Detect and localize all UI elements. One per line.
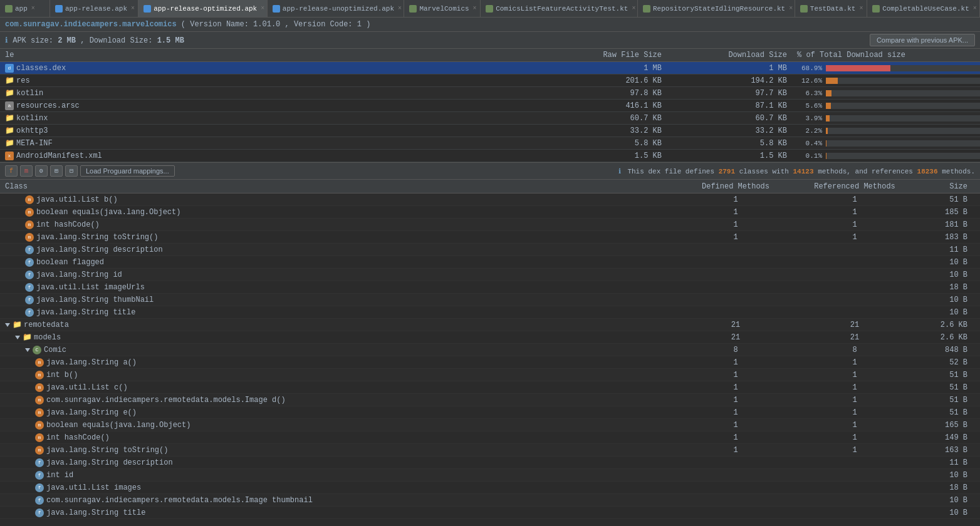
class-row-16[interactable]: m com.sunragav.indiecampers.remotedata.m… (0, 394, 980, 406)
file-raw-1: 201.6 KB (541, 76, 667, 85)
class-size-0: 51 B (917, 195, 980, 204)
tab-completable[interactable]: CompletableUseCase.kt × (867, 0, 980, 17)
tab-app[interactable]: app × (0, 0, 50, 17)
filter-btn-3[interactable]: ⚙ (35, 165, 48, 177)
class-row-6[interactable]: f java.lang.String id 10 B (0, 269, 980, 281)
package-name: com.sunragav.indiecampers.marvelcomics (5, 20, 177, 29)
info-bar: com.sunragav.indiecampers.marvelcomics (… (0, 18, 980, 32)
class-size-11: 2.6 KB (917, 333, 980, 342)
class-row-10[interactable]: 📁 remotedata 21 21 2.6 KB (0, 319, 980, 331)
kt-icon-5 (872, 5, 880, 13)
tab-close-marvelcomics[interactable]: × (473, 5, 477, 12)
tab-close-app[interactable]: × (31, 5, 35, 12)
file-pct-0: 68.9% (792, 64, 980, 72)
class-row-0[interactable]: m java.util.List b() 1 1 51 B (0, 193, 980, 206)
class-def-12: 8 (679, 346, 792, 354)
class-def-16: 1 (679, 396, 792, 405)
class-size-18: 165 B (917, 421, 980, 430)
tab-close-comicslist[interactable]: × (632, 5, 635, 12)
kt-icon-3 (643, 5, 650, 13)
class-def-20: 1 (679, 446, 792, 455)
class-size-12: 848 B (917, 346, 980, 354)
class-row-20[interactable]: m java.lang.String toString() 1 1 163 B (0, 444, 980, 456)
class-row-3[interactable]: m java.lang.String toString() 1 1 183 B (0, 231, 980, 244)
tab-release-apk[interactable]: app-release.apk × (50, 0, 138, 17)
class-size-6: 10 B (917, 271, 980, 279)
file-pct-1: 12.6% (792, 77, 980, 85)
class-row-9[interactable]: f java.lang.String title 10 B (0, 306, 980, 319)
class-name-9: f java.lang.String title (0, 308, 679, 317)
compare-button[interactable]: Compare with previous APK... (870, 34, 975, 46)
tab-close-testdata[interactable]: × (859, 5, 863, 12)
class-ref-17: 1 (792, 408, 917, 417)
class-name-15: m java.util.List c() (0, 383, 679, 392)
class-ref-14: 1 (792, 371, 917, 379)
file-table-body: d classes.dex 1 MB 1 MB 68.9% 📁 res 201.… (0, 62, 980, 162)
tab-close-optimized[interactable]: × (261, 5, 264, 12)
class-row-18[interactable]: m boolean equals(java.lang.Object) 1 1 1… (0, 419, 980, 431)
class-size-19: 149 B (917, 433, 980, 442)
class-name-3: m java.lang.String toString() (0, 233, 679, 242)
file-row-4[interactable]: 📁 kotlinx 60.7 KB 60.7 KB 3.9% (0, 112, 980, 125)
class-size-4: 11 B (917, 245, 980, 254)
class-row-23[interactable]: f java.util.List images 18 B (0, 482, 980, 494)
tab-close-completable[interactable]: × (973, 5, 977, 12)
tab-close-release[interactable]: × (131, 5, 135, 12)
class-row-4[interactable]: f java.lang.String description 11 B (0, 244, 980, 256)
tab-testdata[interactable]: TestData.kt × (795, 0, 867, 17)
collapse-btn[interactable]: ⊟ (65, 165, 78, 177)
class-row-2[interactable]: m int hashCode() 1 1 181 B (0, 219, 980, 231)
file-row-1[interactable]: 📁 res 201.6 KB 194.2 KB 12.6% (0, 75, 980, 87)
file-row-7[interactable]: x AndroidManifest.xml 1.5 KB 1.5 KB 0.1% (0, 150, 980, 162)
class-row-12[interactable]: C Comic 8 8 848 B (0, 344, 980, 356)
dex-info: ℹ This dex file defines 2791 classes wit… (618, 167, 975, 175)
header-file: le (0, 51, 541, 59)
class-row-8[interactable]: f java.lang.String thumbNail 10 B (0, 294, 980, 306)
class-name-21: f java.lang.String description (0, 458, 679, 467)
apk-icon-1 (55, 5, 63, 13)
tab-bar: app × app-release.apk × app-release-opti… (0, 0, 980, 18)
tab-close-repository[interactable]: × (789, 5, 793, 12)
class-name-0: m java.util.List b() (0, 195, 679, 204)
class-table-body: m java.util.List b() 1 1 51 B m boolean … (0, 193, 980, 526)
class-row-11[interactable]: 📁 models 21 21 2.6 KB (0, 331, 980, 344)
class-name-6: f java.lang.String id (0, 271, 679, 279)
expand-btn[interactable]: ⊞ (50, 165, 63, 177)
class-row-14[interactable]: m int b() 1 1 51 B (0, 369, 980, 381)
class-ref-0: 1 (792, 195, 917, 204)
class-row-21[interactable]: f java.lang.String description 11 B (0, 456, 980, 469)
class-row-24[interactable]: f com.sunragav.indiecampers.remotedata.m… (0, 494, 980, 507)
tab-close-unoptimized[interactable]: × (398, 5, 402, 12)
tab-unoptimized-apk[interactable]: app-release-unoptimized.apk × (268, 0, 405, 17)
class-row-13[interactable]: m java.lang.String a() 1 1 52 B (0, 356, 980, 369)
class-row-7[interactable]: f java.util.List imageUrls 18 B (0, 281, 980, 294)
class-size-15: 51 B (917, 383, 980, 392)
class-table-header: Class Defined Methods Referenced Methods… (0, 180, 980, 193)
class-row-19[interactable]: m int hashCode() 1 1 149 B (0, 431, 980, 444)
class-row-25[interactable]: f java.lang.String title 10 B (0, 507, 980, 519)
class-row-22[interactable]: f int id 10 B (0, 469, 980, 482)
tab-marvelcomics[interactable]: MarvelComics × (404, 0, 481, 17)
tab-optimized-apk[interactable]: app-release-optimized.apk × (138, 0, 268, 17)
filter-btn-1[interactable]: f (5, 165, 18, 177)
class-row-5[interactable]: f boolean flagged 10 B (0, 256, 980, 269)
file-row-0[interactable]: d classes.dex 1 MB 1 MB 68.9% (0, 62, 980, 75)
load-proguard-button[interactable]: Load Proguard mappings... (80, 165, 175, 177)
class-name-25: f java.lang.String title (0, 508, 679, 517)
tab-repository[interactable]: RepositoryStateIdlingResource.kt × (638, 0, 795, 17)
file-row-6[interactable]: 📁 META-INF 5.8 KB 5.8 KB 0.4% (0, 137, 980, 150)
tab-comicslist[interactable]: ComicsListFeatureActivityTest.kt × (481, 0, 638, 17)
file-row-5[interactable]: 📁 okhttp3 33.2 KB 33.2 KB 2.2% (0, 125, 980, 137)
file-row-2[interactable]: 📁 kotlin 97.8 KB 97.7 KB 6.3% (0, 87, 980, 100)
file-pct-6: 0.4% (792, 140, 980, 147)
file-dl-7: 1.5 KB (667, 152, 792, 160)
file-row-3[interactable]: a resources.arsc 416.1 KB 87.1 KB 5.6% (0, 100, 980, 112)
filter-btn-2[interactable]: m (20, 165, 33, 177)
class-row-15[interactable]: m java.util.List c() 1 1 51 B (0, 381, 980, 394)
class-size-7: 18 B (917, 283, 980, 292)
file-name-2: 📁 kotlin (0, 89, 541, 98)
class-row-17[interactable]: m java.lang.String e() 1 1 51 B (0, 406, 980, 419)
class-row-1[interactable]: m boolean equals(java.lang.Object) 1 1 1… (0, 206, 980, 219)
class-def-17: 1 (679, 408, 792, 417)
class-size-20: 163 B (917, 446, 980, 455)
